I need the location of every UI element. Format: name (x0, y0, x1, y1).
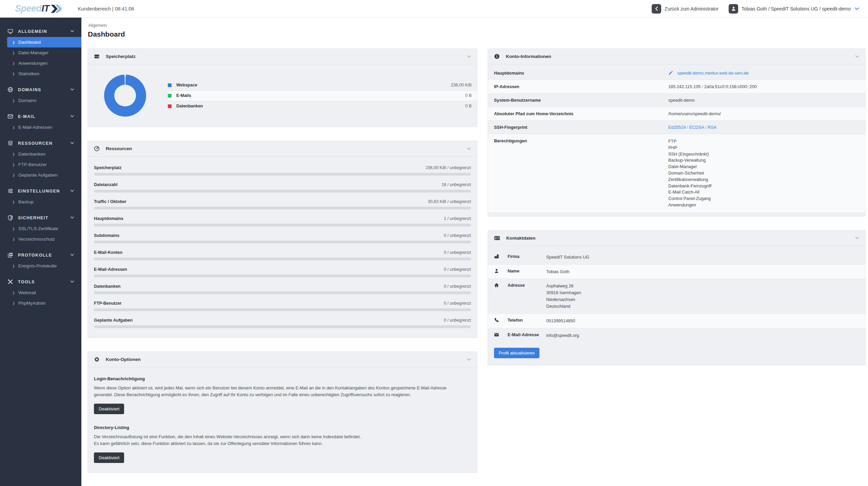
sidebar-section-domains[interactable]: DOMAINS (0, 84, 81, 95)
account-info-card: Konto-Informationen Hauptdomains speedit… (488, 48, 866, 217)
pencil-icon[interactable] (668, 70, 673, 75)
sidebar-item-ssl-tls-zertifikate[interactable]: ❯SSL/TLS-Zertifikate (0, 223, 81, 234)
chevron-right-icon: ❯ (12, 237, 15, 241)
sidebar-section-sicherheit[interactable]: SICHERHEIT (0, 212, 81, 223)
back-to-admin-button[interactable]: Zurück zum Administrator (652, 4, 718, 14)
sidebar-section-tools[interactable]: TOOLS (0, 276, 81, 287)
resource-row: Datenbanken0 / unbegrenzt (94, 284, 471, 294)
user-menu[interactable]: Tobias Goth / SpeedIT Solutions UG / spe… (729, 4, 859, 14)
progress-bar (94, 173, 471, 176)
sidebar-section-email[interactable]: E-MAIL (0, 111, 81, 122)
account-info-card-header[interactable]: Konto-Informationen (488, 49, 865, 64)
sidebar-item-verzeichnisschutz[interactable]: ❯Verzeichnisschutz (0, 234, 81, 244)
sidebar-item-dashboard[interactable]: ❯Dashboard (7, 37, 81, 47)
chevron-right-icon: ❯ (12, 173, 15, 177)
sidebar-item-phpmyadmin[interactable]: ❯PhpMyAdmin (0, 298, 81, 308)
chevron-right-icon: ❯ (12, 72, 15, 76)
chevron-down-icon[interactable] (467, 358, 471, 361)
brand-logo[interactable]: SpeedIT (15, 3, 62, 14)
chevron-left-icon (652, 4, 661, 14)
update-profile-button[interactable]: Profil aktualisieren (494, 348, 539, 358)
address-value: Asphalweg 26 30916 Isernhagen Niedersach… (546, 283, 859, 309)
info-row-home-verzeichnis: Absoluter Pfad zum Home-Verzeichnis /hom… (488, 107, 865, 121)
phone-value: 051399514850 (546, 318, 859, 324)
sidebar-item-webmail[interactable]: ❯Webmail (0, 287, 81, 298)
progress-bar (94, 291, 471, 294)
resources-card-header[interactable]: Ressourcen (88, 141, 477, 157)
chevron-down-icon[interactable] (855, 237, 859, 239)
sidebar-section-label: E-MAIL (18, 114, 35, 119)
chevron-right-icon: ❯ (12, 51, 15, 55)
layers-icon (7, 140, 13, 146)
login-notification-toggle-button[interactable]: Deaktiviert (94, 404, 124, 414)
sidebar-section-allgemein[interactable]: ALLGEMEIN (0, 26, 81, 37)
id-card-icon (494, 235, 500, 241)
legend-row: Webspace 236,00 KiB (168, 80, 477, 90)
chevron-down-icon (71, 142, 74, 144)
hauptdomain-link[interactable]: speedit-demo.merkur.web.de-serv.de (677, 70, 749, 76)
contact-row-firma: Firma SpeedIT Solutions UG (488, 250, 865, 264)
storage-card: Speicherplatz Webspace 236,00 KiB (87, 48, 477, 127)
ssh-ed25519-link[interactable]: Ed25519 (668, 125, 686, 130)
info-row-hauptdomains: Hauptdomains speedit-demo.merkur.web.de-… (488, 66, 865, 80)
sidebar-section-label: TOOLS (18, 280, 35, 284)
resource-row: Dateianzahl18 / unbegrenzt (94, 182, 471, 193)
card-title: Konto-Optionen (106, 357, 141, 362)
user-menu-label: Tobias Goth / SpeedIT Solutions UG / spe… (742, 6, 851, 12)
info-row-berechtigungen: Berechtigungen FTP PHP SSH (Eingeschränk… (488, 134, 865, 213)
option-description: Es kann gefährlich sein, diese Funktion … (94, 440, 464, 447)
chevron-right-icon: ❯ (12, 152, 15, 156)
sidebar-item-datei-manager[interactable]: ❯Datei-Manager (0, 47, 81, 58)
contact-row-telefon: Telefon 051399514850 (488, 313, 865, 328)
globe-icon (7, 87, 13, 93)
chevron-right-icon: ❯ (12, 61, 15, 65)
sidebar-item-email-adressen[interactable]: ❯E-Mail-Adressen (0, 122, 81, 133)
sidebar-item-ftp-benutzer[interactable]: ❯FTP-Benutzer (0, 159, 81, 170)
sidebar-item-datenbanken[interactable]: ❯Datenbanken (0, 149, 81, 159)
progress-bar (94, 275, 471, 277)
chevron-down-icon[interactable] (855, 55, 859, 58)
ssh-rsa-link[interactable]: RSA (708, 125, 716, 130)
legend-swatch-webspace (168, 83, 172, 87)
chevron-down-icon (71, 190, 74, 192)
envelope-icon (7, 114, 13, 119)
sidebar-section-label: EINSTELLUNGEN (18, 189, 60, 194)
sidebar-item-geplante-aufgaben[interactable]: ❯Geplante Aufgaben (0, 170, 81, 180)
account-options-card-header[interactable]: Konto-Optionen (88, 352, 477, 367)
progress-bar (94, 207, 471, 209)
directory-listing-toggle-button[interactable]: Deaktiviert (94, 452, 124, 463)
home-icon (494, 283, 499, 288)
sidebar-item-statistiken[interactable]: ❯Statistiken (0, 68, 81, 79)
sidebar-section-einstellungen[interactable]: EINSTELLUNGEN (0, 185, 81, 197)
brand-chevrons-icon (51, 5, 62, 13)
ssh-ecdsa-link[interactable]: ECDSA (689, 125, 704, 130)
brand-text-speed: Speed (15, 3, 42, 14)
topbar-context: Kundenbereich | 08:41:08 (78, 6, 134, 12)
legend-row: Datenbanken 0 B (168, 101, 477, 112)
brand-text-it: IT (42, 3, 50, 14)
info-row-ip-adressen: IP-Adressen 185.242.115.105 / 2a0a:51c0:… (488, 80, 865, 94)
chevron-down-icon[interactable] (467, 55, 471, 58)
sidebar-section-protokolle[interactable]: PROTOKOLLE (0, 249, 81, 261)
contact-card-header[interactable]: Kontaktdaten (488, 230, 865, 246)
legend-swatch-emails (168, 94, 172, 98)
progress-bar (94, 190, 471, 193)
sidebar-section-label: PROTOKOLLE (18, 253, 52, 258)
sidebar-section-ressourcen[interactable]: RESSOURCEN (0, 138, 81, 149)
progress-bar (94, 325, 471, 328)
progress-bar (94, 241, 471, 243)
option-description: Die Verzeichnisauflistung ist eine Funkt… (94, 433, 464, 440)
sidebar-item-domains[interactable]: ❯Domains (0, 95, 81, 106)
home-path-value: /home/users/speedit-demo/ (668, 111, 859, 116)
tools-icon (7, 279, 13, 285)
storage-card-header[interactable]: Speicherplatz (88, 49, 477, 64)
sidebar-item-anwendungen[interactable]: ❯Anwendungen (0, 58, 81, 68)
system-username-value: speedit-demo (668, 98, 859, 103)
resources-card: Ressourcen Speicherplatz236,00 KiB / unb… (87, 141, 477, 338)
page-title: Dashboard (88, 30, 866, 38)
chevron-right-icon: ❯ (12, 227, 15, 230)
chevron-down-icon[interactable] (467, 147, 471, 150)
login-notification-option: Login-Benachrichtigung Wenn diese Option… (94, 376, 471, 414)
sidebar-item-backup[interactable]: ❯Backup (0, 197, 81, 207)
sidebar-item-ereignis-protokolle[interactable]: ❯Ereignis-Protokolle (0, 261, 81, 271)
